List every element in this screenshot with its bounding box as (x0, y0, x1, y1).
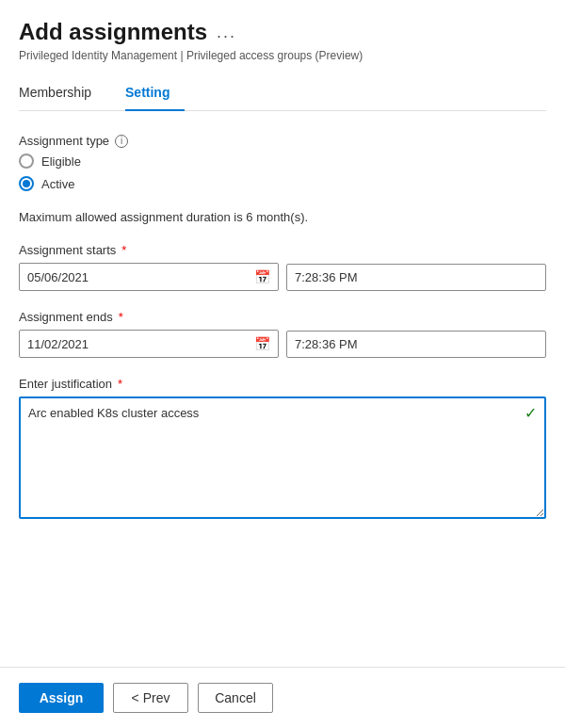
header-section: Add assignments ... Privileged Identity … (0, 0, 565, 111)
ends-date-field: 📅 (19, 330, 279, 358)
radio-active-label: Active (41, 177, 74, 191)
assignment-starts-row: 📅 (19, 263, 546, 291)
justification-required-marker: * (118, 377, 122, 391)
ends-time-input[interactable] (287, 332, 545, 357)
page-title: Add assignments (19, 19, 207, 45)
starts-date-input[interactable] (20, 265, 247, 290)
starts-date-field: 📅 (19, 263, 279, 291)
subtitle: Privileged Identity Management | Privile… (19, 49, 546, 62)
radio-active[interactable]: Active (19, 176, 546, 191)
justification-valid-icon: ✓ (525, 404, 537, 422)
tab-membership[interactable]: Membership (19, 77, 106, 111)
ends-time-field (286, 331, 546, 358)
page-container: Add assignments ... Privileged Identity … (0, 0, 565, 728)
assignment-ends-label: Assignment ends * (19, 310, 546, 324)
starts-time-field (286, 264, 546, 291)
prev-button[interactable]: < Prev (113, 683, 188, 713)
radio-eligible-label: Eligible (41, 154, 81, 169)
tabs-row: Membership Setting (19, 77, 546, 111)
more-options-icon[interactable]: ... (217, 23, 236, 42)
radio-eligible[interactable]: Eligible (19, 154, 546, 169)
assignment-type-label: Assignment type i (19, 134, 546, 148)
title-row: Add assignments ... (19, 19, 546, 45)
radio-active-input[interactable] (19, 176, 34, 191)
cancel-button[interactable]: Cancel (198, 683, 273, 713)
justification-label: Enter justification * (19, 377, 546, 391)
starts-required-marker: * (121, 243, 126, 257)
justification-group: Enter justification * ✓ (19, 377, 546, 523)
assignment-starts-group: Assignment starts * 📅 (19, 243, 546, 291)
ends-calendar-icon[interactable]: 📅 (247, 331, 278, 357)
starts-time-input[interactable] (287, 265, 545, 290)
assignment-ends-group: Assignment ends * 📅 (19, 310, 546, 358)
assignment-type-group: Assignment type i Eligible Active (19, 134, 546, 191)
footer-section: Assign < Prev Cancel (0, 667, 565, 728)
assignment-starts-label: Assignment starts * (19, 243, 546, 257)
assignment-type-info-icon[interactable]: i (115, 135, 128, 148)
assign-button[interactable]: Assign (19, 683, 104, 713)
tab-setting[interactable]: Setting (125, 77, 185, 111)
ends-date-input[interactable] (20, 332, 247, 357)
justification-wrapper: ✓ (19, 396, 546, 523)
starts-calendar-icon[interactable]: 📅 (247, 264, 278, 290)
ends-required-marker: * (119, 310, 123, 324)
duration-notice: Maximum allowed assignment duration is 6… (19, 210, 546, 224)
assignment-ends-row: 📅 (19, 330, 546, 358)
content-section: Assignment type i Eligible Active Maximu… (0, 111, 565, 667)
radio-group: Eligible Active (19, 154, 546, 191)
justification-textarea[interactable] (19, 396, 546, 519)
radio-eligible-input[interactable] (19, 154, 34, 169)
